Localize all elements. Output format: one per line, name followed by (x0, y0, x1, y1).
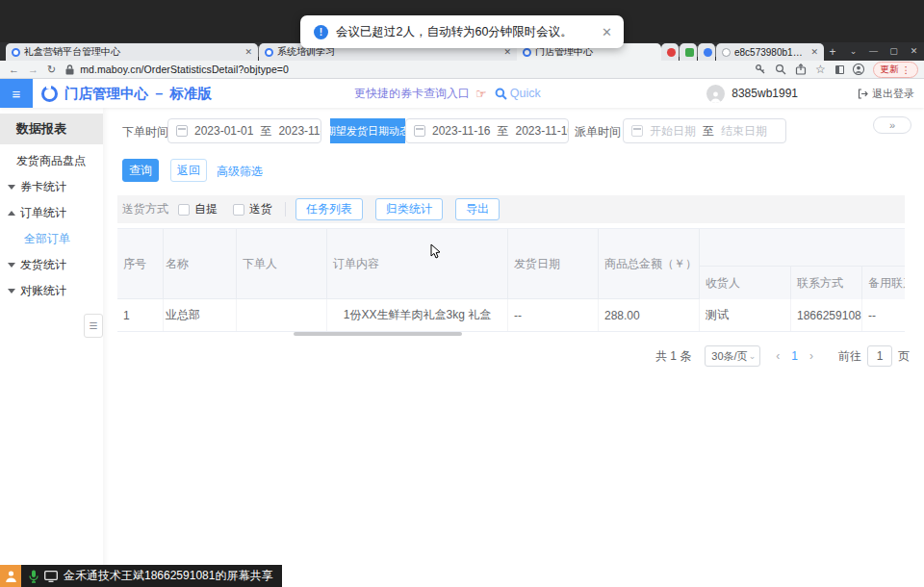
dispatch-time-range-input[interactable]: 开始日期 至 结束日期 (623, 118, 786, 143)
browser-tab-6[interactable] (698, 43, 715, 61)
goto-page-input[interactable]: 1 (867, 345, 892, 367)
tab-search-icon[interactable]: ⌄ (843, 42, 863, 61)
back-button[interactable]: 返回 (170, 159, 207, 182)
blue-favicon (704, 48, 712, 57)
quick-label: Quick (510, 87, 541, 100)
col-orderer: 下单人 (237, 229, 327, 299)
next-page-button[interactable]: › (809, 349, 813, 363)
chevron-down-icon (8, 185, 15, 190)
zoom-icon[interactable] (775, 64, 786, 75)
calendar-icon (631, 125, 643, 137)
calendar-icon (176, 125, 188, 137)
tab-close-icon[interactable]: ✕ (501, 47, 511, 57)
screen-share-icon (44, 571, 58, 582)
col-contact: 联系方式 (791, 267, 862, 299)
collapse-icon: ☰ (90, 320, 98, 331)
close-icon[interactable]: ✕ (602, 25, 612, 39)
prev-page-button[interactable]: ‹ (776, 349, 780, 363)
task-list-button[interactable]: 任务列表 (295, 198, 363, 220)
green-favicon (685, 48, 694, 57)
globe-favicon (722, 48, 731, 57)
expected-ship-date-range-input[interactable]: 2023-11-16 至 2023-11-16 (405, 118, 569, 143)
group-header-spacer (700, 229, 905, 267)
side-panel-icon[interactable] (835, 65, 844, 74)
quick-search-link[interactable]: Quick (495, 87, 541, 100)
sidebar-item-shipping-inventory[interactable]: 发货商品盘点 (0, 150, 103, 171)
advanced-filter-link[interactable]: 高级筛选 (217, 164, 263, 180)
key-icon[interactable] (755, 64, 766, 75)
url-text[interactable]: md.maboy.cn/OrderStatisticsDetail?objtyp… (80, 64, 289, 75)
new-tab-button[interactable]: + (824, 42, 841, 61)
address-bar-actions: ☆ 更新 ⋮ (755, 62, 924, 78)
logout-icon (858, 89, 868, 99)
close-window-icon[interactable]: ✕ (904, 42, 924, 61)
promo-link[interactable]: 更快捷的券卡查询入口 (354, 86, 470, 102)
bookmark-star-icon[interactable]: ☆ (815, 64, 827, 75)
order-time-range-input[interactable]: 2023-01-01 至 2023-11-21 (167, 118, 321, 143)
browser-tab-4[interactable] (661, 43, 679, 61)
reload-icon[interactable]: ↻ (47, 64, 56, 76)
person-icon (709, 90, 722, 103)
pickup-checkbox[interactable] (178, 204, 190, 216)
logout-label: 退出登录 (872, 87, 914, 101)
share-avatar (0, 565, 21, 587)
col-backup-contact: 备用联系方式 (862, 267, 905, 299)
calendar-icon (414, 125, 425, 137)
browser-tab-7[interactable]: e8c573980b1328a258fd2e6i8 ✕ (716, 43, 824, 61)
sidebar-item-reconciliation-stats[interactable]: 对账统计 (0, 280, 103, 301)
col-ship-date: 发货日期 (508, 229, 599, 299)
page-size-select[interactable]: 30条/页 ⌄ (705, 345, 760, 367)
user-avatar[interactable] (706, 85, 725, 103)
delivery-label: 送货 (249, 201, 272, 217)
sidebar-section-title: 数据报表 (0, 114, 103, 144)
browser-address-bar: ← → ↻ md.maboy.cn/OrderStatisticsDetail?… (0, 61, 924, 79)
toolbar-divider (285, 202, 286, 217)
table-row[interactable]: 1 业总部 1份XX生鲜羊肉礼盒3kg 礼盒 -- 288.00 测试 1866… (117, 299, 905, 332)
expected-ship-date-badge[interactable]: 期望发货日期动态 (330, 118, 405, 143)
chevron-up-icon (8, 211, 15, 216)
sidebar-item-shipping-stats[interactable]: 发货统计 (0, 254, 103, 275)
main-content: 下单时间 2023-01-01 至 2023-11-21 期望发货日期动态 20… (103, 108, 924, 587)
pickup-label: 自提 (194, 201, 218, 217)
share-status-pill: 金禾通技术王斌18662591081的屏幕共享 (21, 565, 282, 587)
tab-close-icon[interactable]: ✕ (243, 47, 252, 57)
sidebar-item-order-stats[interactable]: 订单统计 (0, 202, 103, 223)
sidebar-item-coupon-stats[interactable]: 券卡统计 (0, 176, 103, 197)
export-button[interactable]: 导出 (455, 198, 500, 220)
horizontal-scrollbar-thumb[interactable] (294, 332, 462, 336)
chevron-down-icon (8, 263, 15, 268)
sidebar-collapse-toggle[interactable]: ☰ (84, 314, 103, 338)
tab-title: e8c573980b1328a258fd2e6i8 (734, 47, 805, 58)
hamburger-menu-button[interactable]: ≡ (0, 79, 33, 108)
browser-tab-5[interactable] (680, 43, 697, 61)
category-stats-button[interactable]: 归类统计 (375, 198, 443, 220)
info-icon: ! (314, 25, 328, 39)
maximize-icon[interactable]: ▢ (884, 42, 904, 61)
expand-filters-button[interactable]: » (873, 116, 911, 134)
goto-label: 前往 (838, 348, 861, 365)
site-favicon (523, 48, 531, 57)
browser-tab-1[interactable]: 礼盒营销平台管理中心 ✕ (6, 43, 258, 61)
col-order-content: 订单内容 (327, 229, 508, 299)
minimize-icon[interactable]: — (863, 42, 884, 61)
logout-button[interactable]: 退出登录 (858, 87, 914, 101)
table-toolbar: 送货方式 自提 送货 任务列表 归类统计 导出 (117, 195, 905, 223)
app-header: ≡ 门店管理中心 － 标准版 更快捷的券卡查询入口 ☞ Quick 8385wb… (0, 79, 924, 108)
col-index: 序号 (117, 229, 164, 299)
tab-close-icon[interactable]: ✕ (808, 47, 818, 57)
profile-icon[interactable] (853, 64, 864, 75)
pointing-hand-icon: ☞ (475, 87, 487, 101)
meeting-toast: ! 会议已超过2人，自动转为60分钟限时会议。 ✕ (300, 15, 624, 48)
microphone-icon (29, 570, 38, 583)
site-favicon (265, 48, 273, 57)
col-name: 名称 (164, 229, 237, 299)
back-icon[interactable]: ← (9, 64, 19, 75)
forward-icon[interactable]: → (28, 64, 38, 75)
total-count-label: 共 1 条 (655, 348, 691, 365)
chrome-update-button[interactable]: 更新 ⋮ (873, 62, 919, 78)
share-icon[interactable] (795, 64, 807, 75)
sidebar-item-all-orders[interactable]: 全部订单 (0, 228, 103, 249)
delivery-checkbox[interactable] (233, 204, 244, 216)
query-button[interactable]: 查询 (122, 159, 159, 182)
current-page-button[interactable]: 1 (791, 349, 798, 363)
